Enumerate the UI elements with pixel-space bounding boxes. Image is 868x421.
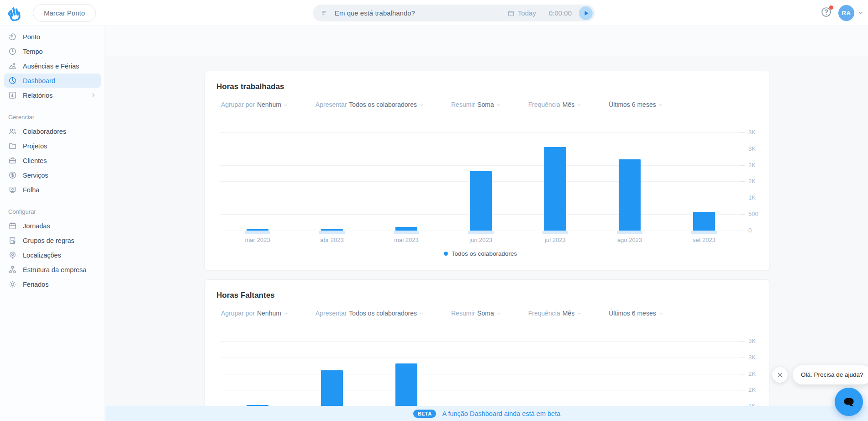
legend-label: Todos os colaboradores xyxy=(452,250,517,257)
app-logo-hand-icon[interactable] xyxy=(6,5,22,21)
sidebar-item-localizacoes[interactable]: Localizações xyxy=(4,248,101,262)
chevron-down-icon xyxy=(658,102,663,107)
filter-label: Apresentar xyxy=(316,101,347,108)
y-tick xyxy=(741,390,745,390)
y-axis-label: 3K xyxy=(748,145,768,152)
filter-apresentar[interactable]: ApresentarTodos os colaboradores xyxy=(316,101,424,108)
filter-label: Frequência xyxy=(528,310,560,317)
bar-jul-2023 xyxy=(544,147,566,231)
sidebar-section-label: Gerenciar xyxy=(0,114,105,121)
filter-label: Frequência xyxy=(528,101,560,108)
sidebar-item-tempo[interactable]: Tempo xyxy=(4,44,101,58)
sidebar-item-label: Feriados xyxy=(23,281,48,288)
gridline xyxy=(220,358,741,358)
location-icon xyxy=(8,251,17,259)
sidebar-item-ausencias-ferias[interactable]: Ausências e Férias xyxy=(4,59,101,73)
filter-agrupar-por[interactable]: Agrupar porNenhum xyxy=(221,101,288,108)
card-title: Horas Faltantes xyxy=(216,291,275,300)
x-axis-label: mar 2023 xyxy=(228,237,287,243)
filter-value: Nenhum xyxy=(257,310,281,317)
start-timer-button[interactable] xyxy=(579,6,593,20)
x-axis-label: set 2023 xyxy=(674,237,734,243)
y-tick xyxy=(741,358,745,358)
reports-icon xyxy=(8,91,17,100)
filter-resumir[interactable]: ResumirSoma xyxy=(451,101,501,108)
filter-periodo[interactable]: Últimos 6 meses xyxy=(609,310,663,317)
beta-badge: BETA xyxy=(413,410,437,418)
sidebar-item-relatorios[interactable]: Relatórios xyxy=(4,88,101,102)
y-tick xyxy=(741,149,745,149)
filter-apresentar[interactable]: ApresentarTodos os colaboradores xyxy=(316,310,424,317)
y-axis-label: 2K xyxy=(748,370,768,377)
y-tick xyxy=(741,165,745,166)
x-tick-strip xyxy=(319,231,345,234)
filter-label: Agrupar por xyxy=(221,101,255,108)
y-tick xyxy=(741,341,745,342)
bar-ago-2023 xyxy=(619,159,641,231)
filter-resumir[interactable]: ResumirSoma xyxy=(451,310,501,317)
x-axis-label: mai 2023 xyxy=(377,237,436,243)
filter-frequencia[interactable]: FrequênciaMês xyxy=(528,310,582,317)
y-axis-label: 0 xyxy=(748,227,768,234)
briefcase-icon xyxy=(8,156,17,165)
top-header: Marcar Ponto Em que está trabalhando? To… xyxy=(0,0,868,26)
filter-value: Nenhum xyxy=(257,101,281,108)
filter-agrupar-por[interactable]: Agrupar porNenhum xyxy=(221,310,288,317)
chart-legend[interactable]: Todos os colaboradores xyxy=(220,250,741,257)
sidebar-item-ponto[interactable]: Ponto xyxy=(4,30,101,44)
filter-value: Todos os colaboradores xyxy=(349,101,417,108)
beta-banner: BETA A função Dashboard ainda está em be… xyxy=(105,406,868,421)
clock-in-button[interactable]: Marcar Ponto xyxy=(33,4,96,22)
sidebar-item-label: Grupos de regras xyxy=(23,237,74,244)
x-tick-strip xyxy=(691,231,717,234)
notification-dot xyxy=(829,5,833,10)
sidebar-item-estrutura-da-empresa[interactable]: Estrutura da empresa xyxy=(4,263,101,277)
filter-periodo[interactable]: Últimos 6 meses xyxy=(609,101,663,108)
chevron-down-icon xyxy=(419,102,424,107)
sort-lines-icon xyxy=(321,10,328,16)
sidebar-item-jornadas[interactable]: Jornadas xyxy=(4,219,101,233)
legend-dot-icon xyxy=(444,252,448,256)
sidebar-item-feriados[interactable]: Feriados xyxy=(4,277,101,291)
sidebar-item-clientes[interactable]: Clientes xyxy=(4,153,101,168)
x-tick-strip xyxy=(617,231,642,234)
sun-icon xyxy=(8,280,17,289)
sidebar-item-label: Estrutura da empresa xyxy=(23,266,86,274)
y-axis-label: 2K xyxy=(748,178,768,184)
sidebar-item-servicos[interactable]: Serviços xyxy=(4,168,101,182)
filter-frequencia[interactable]: FrequênciaMês xyxy=(528,101,582,108)
gridline xyxy=(220,341,741,342)
sidebar-item-label: Dashboard xyxy=(23,77,55,84)
chevron-right-icon xyxy=(90,92,96,98)
chevron-down-icon xyxy=(658,310,663,316)
sidebar-item-folha[interactable]: Folha xyxy=(4,183,101,197)
chat-bubble-icon xyxy=(841,394,857,410)
clock-in-icon xyxy=(8,32,17,41)
sidebar-item-label: Projetos xyxy=(23,142,47,150)
date-picker[interactable]: Today xyxy=(518,9,536,17)
sidebar-item-dashboard[interactable]: Dashboard xyxy=(4,74,101,88)
filter-value: Últimos 6 meses xyxy=(609,101,656,108)
sidebar-item-label: Tempo xyxy=(23,48,43,55)
chevron-down-icon xyxy=(284,102,288,107)
sidebar-item-grupos-de-regras[interactable]: Grupos de regras xyxy=(4,233,101,247)
time-entry-bar[interactable]: Em que está trabalhando? Today 0:00:00 xyxy=(313,5,595,21)
folder-icon xyxy=(8,142,17,150)
chevron-down-icon[interactable] xyxy=(857,10,864,16)
filter-value: Soma xyxy=(477,101,494,108)
beta-banner-text: A função Dashboard ainda está em beta xyxy=(442,410,560,417)
sidebar-item-projetos[interactable]: Projetos xyxy=(4,139,101,153)
chevron-down-icon xyxy=(496,102,501,107)
chat-tooltip-close-button[interactable] xyxy=(772,367,788,383)
sidebar-item-colaboradores[interactable]: Colaboradores xyxy=(4,124,101,138)
task-input[interactable]: Em que está trabalhando? xyxy=(335,9,507,17)
filter-value: Mês xyxy=(563,101,574,108)
close-icon xyxy=(777,372,783,378)
help-button[interactable] xyxy=(821,6,833,19)
x-tick-strip xyxy=(542,231,568,234)
card-title: Horas trabalhadas xyxy=(216,82,284,91)
avatar[interactable]: RA xyxy=(838,5,854,21)
bar-mai-2023 xyxy=(395,227,417,231)
chat-launcher-button[interactable] xyxy=(835,388,863,416)
sidebar-item-label: Colaboradores xyxy=(23,128,66,135)
